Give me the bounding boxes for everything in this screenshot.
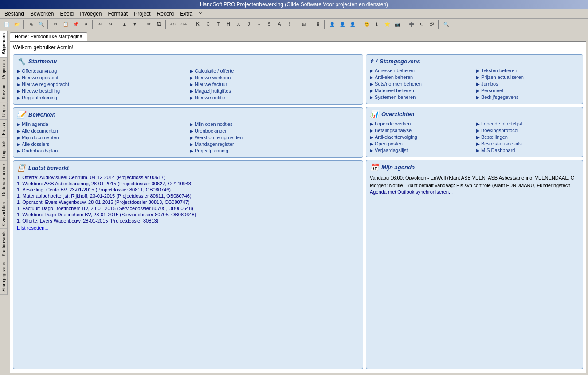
sidebar-tab-service[interactable]: Service <box>0 82 8 102</box>
link-bestelstatus[interactable]: ▶Bestelstatusdetails <box>476 141 579 146</box>
link-nieuwe-opdracht[interactable]: ▶Nieuwe opdracht <box>17 75 186 80</box>
toolbar-user2[interactable]: 👤 <box>337 20 347 29</box>
toolbar-grid[interactable]: ⊞ <box>299 20 309 29</box>
toolbar-new[interactable]: 📄 <box>2 20 12 29</box>
agenda-sync-link[interactable]: Agenda met Outlook synchroniseren... <box>370 189 453 195</box>
toolbar-undo[interactable]: ↩ <box>95 20 105 29</box>
link-alle-documenten[interactable]: ▶Alle documenten <box>17 128 186 133</box>
tab-home[interactable]: Home: Persoonlijke startpagina <box>10 32 87 41</box>
toolbar-user3[interactable]: 👤 <box>348 20 357 29</box>
link-werkbon-terugmelden[interactable]: ▶Werkbon terugmelden <box>190 135 359 140</box>
link-mijn-agenda[interactable]: ▶Mijn agenda <box>17 121 186 127</box>
sidebar-tab-kassa[interactable]: Kassa <box>0 120 8 138</box>
link-onderhoudsplan[interactable]: ▶Onderhoudsplan <box>17 148 186 153</box>
link-artikelachtervolging[interactable]: ▶Artikelachtervolging <box>370 134 473 140</box>
link-nieuwe-bestelling[interactable]: ▶Nieuwe bestelling <box>17 88 186 94</box>
link-mijn-documenten[interactable]: ▶Mijn documenten <box>17 135 186 140</box>
link-magazijnuitgiftes[interactable]: ▶Magazijnuitgiftes <box>190 88 359 94</box>
link-teksten[interactable]: ▶Teksten beheren <box>476 68 579 73</box>
toolbar-star[interactable]: ⭐ <box>382 20 392 29</box>
toolbar-open[interactable]: 📂 <box>12 20 22 29</box>
link-betalingsanalyse[interactable]: ▶Betalingsanalyse <box>370 128 473 133</box>
toolbar-preview[interactable]: 🔍 <box>36 20 46 29</box>
recently-item-0[interactable]: 1. Offerte: Audiovisueel Centrum, 04-12-… <box>17 175 359 180</box>
link-systemen[interactable]: ▶Systemen beheren <box>370 94 473 100</box>
toolbar-copy[interactable]: 📋 <box>61 20 71 29</box>
link-bedrijfsgegevens[interactable]: ▶Bedrijfsgegevens <box>476 94 579 100</box>
toolbar-edit[interactable]: ✏ <box>144 20 154 29</box>
link-materieel[interactable]: ▶Materieel beheren <box>370 88 473 93</box>
toolbar-paste[interactable]: 📌 <box>71 20 81 29</box>
menu-extra[interactable]: Extra <box>177 10 195 18</box>
link-nieuwe-notitie[interactable]: ▶Nieuwe notitie <box>190 95 359 100</box>
link-lopende-werken[interactable]: ▶Lopende werken <box>370 121 473 126</box>
sidebar-tab-projecten[interactable]: Projecten <box>0 58 8 82</box>
link-nieuwe-factuur[interactable]: ▶Nieuwe factuur <box>190 82 359 87</box>
link-boekingsprotocol[interactable]: ▶Boekingsprotocol <box>476 128 579 133</box>
link-lopende-offerte[interactable]: ▶Lopende offertelijst ... <box>476 121 579 126</box>
toolbar-t[interactable]: T <box>213 20 223 29</box>
menu-bewerken[interactable]: Bewerken <box>27 10 56 18</box>
link-verjaardagslijst[interactable]: ▶Verjaardagslijst <box>370 148 473 153</box>
link-mis-dashboard[interactable]: ▶MIS Dashboard <box>476 148 579 153</box>
menu-project[interactable]: Project <box>131 10 153 18</box>
sidebar-tab-kantoorwerk[interactable]: Kantoorwerk <box>0 229 8 259</box>
link-projectplanning[interactable]: ▶Projectplanning <box>190 148 359 153</box>
toolbar-h[interactable]: H <box>223 20 233 29</box>
toolbar-down[interactable]: ▼ <box>130 20 140 29</box>
toolbar-window[interactable]: 🗗 <box>427 20 437 29</box>
toolbar-search[interactable]: 🔍 <box>441 20 451 29</box>
link-calculatie[interactable]: ▶Calculatie / offerte <box>190 68 359 74</box>
link-jumbos[interactable]: ▶Jumbos <box>476 81 579 86</box>
toolbar-img[interactable]: 🖼 <box>154 20 164 29</box>
link-regieafrekening[interactable]: ▶Regieafrekening <box>17 95 186 100</box>
reset-link[interactable]: Lijst resetten... <box>17 225 359 230</box>
recently-item-5[interactable]: 1. Factuur: Dago Doetinchem BV, 28-01-20… <box>17 206 359 211</box>
toolbar-up[interactable]: ▲ <box>120 20 129 29</box>
toolbar-jj[interactable]: JJ <box>234 20 243 29</box>
recently-item-2[interactable]: 1. Bestelling: Cento BV, 23-01-2015 (Pro… <box>17 187 359 192</box>
sidebar-tab-onderaannemer[interactable]: Onderaannemer <box>0 161 8 199</box>
link-open-posten[interactable]: ▶Open posten <box>370 141 473 146</box>
link-mijn-notities[interactable]: ▶Mijn open notities <box>190 121 359 127</box>
link-nieuwe-regieopdracht[interactable]: ▶Nieuwe regieopdracht <box>17 82 186 87</box>
toolbar-j[interactable]: J <box>244 20 254 29</box>
recently-item-7[interactable]: 1. Offerte: Evers Wagenbouw, 28-01-2015 … <box>17 218 359 223</box>
toolbar-user1[interactable]: 👤 <box>327 20 337 29</box>
toolbar-c[interactable]: C <box>203 20 213 29</box>
recently-item-4[interactable]: 1. Opdracht: Evers Wagenbouw, 28-01-2015… <box>17 199 359 205</box>
toolbar-a[interactable]: A <box>274 20 284 29</box>
link-personeel[interactable]: ▶Personeel <box>476 88 579 93</box>
toolbar-sort-asc[interactable]: A↑Z <box>169 20 178 29</box>
sidebar-tab-logistiek[interactable]: Logistiek <box>0 138 8 161</box>
toolbar-cut[interactable]: ✂ <box>51 20 60 29</box>
sidebar-tab-regie[interactable]: Regie <box>0 102 8 120</box>
toolbar-cam[interactable]: 📷 <box>392 20 402 29</box>
menu-bestand[interactable]: Bestand <box>2 10 27 18</box>
toolbar-info[interactable]: ℹ <box>372 20 382 29</box>
recently-item-6[interactable]: 1. Werkbon: Dago Doetinchem BV, 28-01-20… <box>17 212 359 217</box>
sidebar-tab-stamgegevens[interactable]: Stamgegevens <box>0 259 8 295</box>
toolbar-plus[interactable]: ➕ <box>407 20 416 29</box>
link-bestellingen[interactable]: ▶Bestellingen <box>476 134 579 140</box>
recently-item-1[interactable]: 1. Werkbon: ASB Asbestsanering, 28-01-20… <box>17 181 359 186</box>
toolbar-calc[interactable]: 🖩 <box>313 20 323 29</box>
recently-item-3[interactable]: 1. Materiaalbehoeftelijst: Rijkhoff, 23-… <box>17 193 359 199</box>
link-urenboekingen[interactable]: ▶Urenboekingen <box>190 128 359 133</box>
toolbar-arrow[interactable]: → <box>254 20 264 29</box>
link-mandagenregister[interactable]: ▶Mandagenregister <box>190 141 359 147</box>
menu-record[interactable]: Record <box>154 10 177 18</box>
toolbar-smiley[interactable]: 😊 <box>362 20 372 29</box>
toolbar-k[interactable]: K <box>193 20 203 29</box>
toolbar-redo[interactable]: ↪ <box>106 20 115 29</box>
link-prijzen[interactable]: ▶Prijzen actualiseren <box>476 74 579 80</box>
link-adressen[interactable]: ▶Adressen beheren <box>370 68 473 73</box>
link-offerteaanvraag[interactable]: ▶Offerteaanvraag <box>17 68 186 74</box>
menu-formaat[interactable]: Formaat <box>106 10 131 18</box>
toolbar-excl[interactable]: ! <box>285 20 294 29</box>
toolbar-settings[interactable]: ⚙ <box>417 20 427 29</box>
toolbar-print[interactable]: 🖨 <box>26 20 36 29</box>
menu-beeld[interactable]: Beeld <box>57 10 76 18</box>
sidebar-tab-overzichten[interactable]: Overzichten <box>0 199 8 229</box>
menu-invoegen[interactable]: Invoegen <box>77 10 104 18</box>
